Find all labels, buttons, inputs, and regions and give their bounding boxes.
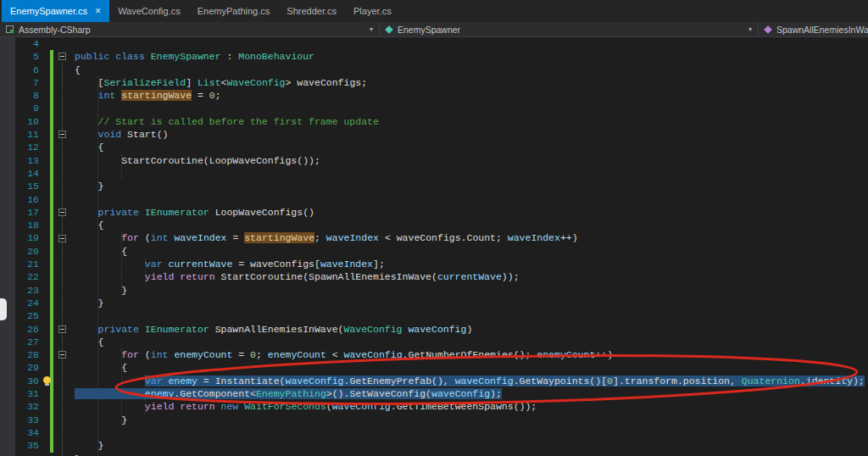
code-token: = waveConfigs[ <box>232 259 320 270</box>
code-token: Start() <box>121 129 168 140</box>
fold-column <box>56 375 69 387</box>
code-token: } <box>75 298 104 309</box>
tab-strip: EnemySpawner.cs×WaveConfig.csEnemyPathin… <box>2 0 400 22</box>
code-line: 19 for (int waveIndex = startingWave; wa… <box>0 231 868 244</box>
line-number: 20 <box>0 245 39 258</box>
code-token: yield return <box>145 271 215 282</box>
code-token: EnemyPathing <box>256 388 326 399</box>
code-text: int startingWave = 0; <box>75 89 221 102</box>
code-token: currentWave <box>437 271 502 282</box>
line-number: 26 <box>0 323 39 336</box>
fold-toggle-icon[interactable] <box>58 325 66 333</box>
code-token: WaveConfig <box>226 77 285 88</box>
change-bar <box>50 219 53 231</box>
change-bar <box>50 206 53 219</box>
tab-waveconfig-cs[interactable]: WaveConfig.cs <box>109 0 189 22</box>
line-number: 34 <box>0 426 39 439</box>
code-line: 5public class EnemySpawner : MonoBehavio… <box>0 50 868 63</box>
code-token: < waveConfigs.Count; <box>379 232 508 243</box>
code-line: 24 } <box>0 297 868 309</box>
code-token <box>75 90 98 101</box>
change-bar <box>50 309 53 322</box>
code-line: 9 <box>0 102 868 114</box>
code-token: enemyCount <box>174 349 232 360</box>
code-token <box>75 401 145 412</box>
line-number: 18 <box>0 219 39 231</box>
project-dropdown[interactable]: Assembly-CSharp▾ <box>0 22 380 36</box>
code-text: enemy.GetComponent<EnemyPathing>().SetWa… <box>75 387 502 400</box>
fold-column <box>56 361 69 374</box>
code-token: : <box>221 51 239 62</box>
code-token: ); <box>490 388 502 399</box>
code-token: EnemySpawner <box>151 51 221 62</box>
code-token: 0 <box>209 90 215 101</box>
code-token <box>75 129 98 140</box>
code-token: IEnumerator <box>145 207 209 218</box>
nav-label: Assembly-CSharp <box>19 25 91 35</box>
member-dropdown[interactable]: SpawnAllEnemiesInWave(Wa <box>759 22 868 36</box>
code-line: 22 yield return StartCoroutine(SpawnAllE… <box>0 270 868 283</box>
fold-toggle-icon[interactable] <box>58 53 66 60</box>
code-line: 27 { <box>0 336 868 348</box>
fold-column <box>56 270 69 283</box>
class-icon <box>385 25 393 34</box>
change-bar <box>50 426 53 439</box>
fold-column <box>56 323 69 336</box>
tab-player-cs[interactable]: Player.cs <box>345 0 400 22</box>
code-token: ++) <box>595 349 613 360</box>
close-icon[interactable]: × <box>95 6 101 16</box>
code-token <box>75 116 98 127</box>
code-text: // Start is called before the first fram… <box>75 115 379 128</box>
code-editor[interactable]: 45public class EnemySpawner : MonoBehavi… <box>0 37 868 456</box>
code-token: WaitForSeconds <box>244 401 326 412</box>
code-token: StartCoroutine(LoopWaveConfigs()); <box>75 155 320 166</box>
code-token: waveIndex <box>326 232 379 243</box>
fold-column <box>56 284 69 297</box>
code-token: = Instantiate( <box>198 375 286 386</box>
code-text: { <box>75 361 127 374</box>
code-token <box>75 324 98 335</box>
code-token: .GetEnemyPrefab(), <box>344 375 455 386</box>
fold-column <box>56 193 69 206</box>
code-text: void Start() <box>75 128 168 141</box>
tab-enemyspawner-cs[interactable]: EnemySpawner.cs× <box>2 0 109 22</box>
code-token: [ <box>75 77 104 88</box>
code-text: var currentWave = waveConfigs[waveIndex]… <box>75 258 385 270</box>
code-token: ; <box>215 90 221 101</box>
line-number: 15 <box>0 180 39 192</box>
code-token: .GetWaypoints()[ <box>514 375 607 386</box>
code-token: enemyCount <box>537 349 595 360</box>
line-number: 5 <box>0 50 39 63</box>
code-line: 28 for (int enemyCount = 0; enemyCount <… <box>0 348 868 361</box>
fold-toggle-icon[interactable] <box>58 351 66 359</box>
type-dropdown[interactable]: EnemySpawner▾ <box>380 22 759 36</box>
lightbulb-icon[interactable] <box>43 376 51 384</box>
change-bar <box>50 89 53 102</box>
code-line: 35 } <box>0 439 868 452</box>
code-token: int <box>151 349 169 360</box>
code-token: >().SetWaveConfig( <box>326 388 431 399</box>
tab-enemypathing-cs[interactable]: EnemyPathing.cs <box>189 0 279 22</box>
fold-column <box>56 309 69 322</box>
line-number: 32 <box>0 400 39 413</box>
change-bar <box>50 76 53 89</box>
code-text: } <box>75 297 104 309</box>
code-token: { <box>75 142 104 153</box>
change-bar <box>50 37 53 50</box>
code-token: ( <box>326 401 332 412</box>
change-bar <box>50 245 53 258</box>
code-token: SerializeField <box>104 77 186 88</box>
project-icon <box>6 25 14 33</box>
code-token: ( <box>139 349 151 360</box>
fold-column <box>56 414 69 426</box>
tab-shredder-cs[interactable]: Shredder.cs <box>278 0 345 22</box>
code-token: 0 <box>607 375 613 386</box>
change-bar <box>50 336 53 348</box>
fold-toggle-icon[interactable] <box>58 209 66 216</box>
fold-toggle-icon[interactable] <box>58 131 66 138</box>
code-token: for <box>121 349 139 360</box>
code-text: { <box>75 336 104 348</box>
tab-label: Shredder.cs <box>287 6 337 16</box>
code-text: for (int waveIndex = startingWave; waveI… <box>75 231 578 244</box>
fold-toggle-icon[interactable] <box>58 235 66 242</box>
